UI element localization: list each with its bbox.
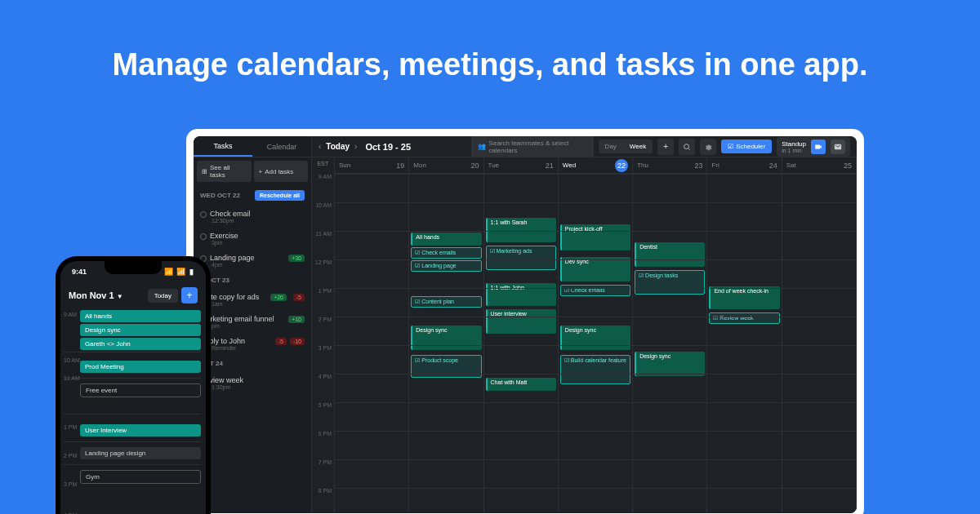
grid-icon: ⊞ xyxy=(202,168,207,175)
add-button[interactable]: + xyxy=(657,139,674,155)
phone-frame: 9:41 📶 📶 ▮ Mon Nov 1 ▼ Today + 9 AM All … xyxy=(56,256,211,514)
time-badge: -5 xyxy=(275,338,287,345)
today-button[interactable]: Today xyxy=(326,142,350,151)
video-call-button[interactable] xyxy=(811,140,826,154)
event[interactable]: Dev sync xyxy=(560,257,630,281)
event[interactable]: Landing page xyxy=(411,260,481,272)
task-item[interactable]: Landing page4pm+30 xyxy=(194,250,311,272)
chevron-down-icon: ▼ xyxy=(117,293,123,300)
topbar: ‹ Today › Oct 19 - 25 👥Search teammates … xyxy=(312,136,857,157)
prev-arrow-icon[interactable]: ‹ xyxy=(318,142,321,151)
task-item[interactable]: Marketing email funnelpm+10 xyxy=(194,311,311,333)
tab-calendar[interactable]: Calendar xyxy=(252,136,311,157)
mail-button[interactable] xyxy=(831,140,845,154)
check-icon: ☑ xyxy=(728,143,733,150)
event[interactable]: Design tasks xyxy=(635,270,705,295)
see-all-tasks-button[interactable]: ⊞See all tasks xyxy=(197,161,252,182)
time-badge: +20 xyxy=(270,294,287,301)
calendar-grid: EST 9 AM 10 AM 11 AM 12 PM 1 PM 2 PM 3 P… xyxy=(312,157,857,513)
search-icon[interactable] xyxy=(679,139,695,155)
event[interactable]: End of week check-in xyxy=(709,286,779,309)
svg-point-0 xyxy=(684,144,689,148)
day-column-tue[interactable]: Tue21 1:1 with Sarah Marketing ads 1:1 w… xyxy=(484,157,559,513)
phone-add-button[interactable]: + xyxy=(181,287,198,304)
tab-tasks[interactable]: Tasks xyxy=(194,136,252,157)
standup-time: in 1 min xyxy=(782,148,806,153)
sidebar: Tasks Calendar ⊞See all tasks +Add tasks… xyxy=(194,136,312,513)
event[interactable]: 1:1 with John xyxy=(486,283,556,306)
event[interactable]: Marketing ads xyxy=(486,246,556,270)
add-tasks-button[interactable]: +Add tasks xyxy=(254,161,309,182)
plus-icon: + xyxy=(259,168,263,175)
day-label: WED OCT 22 xyxy=(200,192,240,199)
phone-screen: 9:41 📶 📶 ▮ Mon Nov 1 ▼ Today + 9 AM All … xyxy=(60,261,206,514)
task-checkbox[interactable] xyxy=(200,211,207,218)
view-toggle: Day Week xyxy=(599,140,653,153)
event[interactable]: 1:1 with Sarah xyxy=(486,218,556,242)
task-item[interactable]: Exercise3pm xyxy=(194,228,311,250)
day-column-thu[interactable]: Thu23 Dentist Design tasks Design sync xyxy=(633,157,707,513)
event[interactable]: Check emails xyxy=(411,247,481,259)
tablet-frame: Tasks Calendar ⊞See all tasks +Add tasks… xyxy=(186,129,864,514)
event[interactable]: Dentist xyxy=(635,242,705,267)
day-column-sat[interactable]: Sat25 xyxy=(782,157,857,513)
people-icon: 👥 xyxy=(478,143,486,150)
time-badge: -10 xyxy=(290,338,305,345)
phone-notch xyxy=(105,261,162,274)
event[interactable]: Chat with Matt xyxy=(486,378,556,391)
scheduler-button[interactable]: ☑Scheduler xyxy=(721,140,772,153)
reschedule-button[interactable]: Reschedule all xyxy=(255,190,305,201)
days-container: Sun19 Mon20 All hands Check emails Landi… xyxy=(335,157,857,513)
day-column-mon[interactable]: Mon20 All hands Check emails Landing pag… xyxy=(409,157,483,513)
timezone-label: EST xyxy=(312,157,334,170)
event[interactable]: User interview xyxy=(486,309,556,334)
phone-date[interactable]: Mon Nov 1 ▼ xyxy=(69,290,123,300)
headline: Manage calendars, meetings, and tasks in… xyxy=(0,0,980,82)
status-icons: 📶 📶 ▮ xyxy=(164,268,194,276)
day-column-fri[interactable]: Fri24 End of week check-in Review week xyxy=(707,157,782,513)
time-column: EST 9 AM 10 AM 11 AM 12 PM 1 PM 2 PM 3 P… xyxy=(312,157,335,513)
search-input[interactable]: 👥Search teammates & select calendars xyxy=(471,136,594,157)
event[interactable]: Review week xyxy=(709,312,779,324)
phone-event[interactable]: Landing page design xyxy=(80,447,201,459)
task-item[interactable]: Write copy for ads1am+20-5 xyxy=(194,289,311,311)
event[interactable]: Build calendar feature xyxy=(560,355,630,384)
event[interactable]: All hands xyxy=(411,233,481,246)
week-view-button[interactable]: Week xyxy=(623,140,653,153)
phone-event[interactable]: Free event xyxy=(80,383,201,397)
event[interactable]: Design sync xyxy=(411,326,481,350)
time-badge: -5 xyxy=(293,294,305,301)
phone-calendar[interactable]: 9 AM All hands Design sync Gareth <> Joh… xyxy=(60,310,206,484)
settings-icon[interactable] xyxy=(700,139,716,155)
phone-event[interactable]: User Interview xyxy=(80,424,201,436)
task-item[interactable]: Reply to JohnReminder-5-10 xyxy=(194,333,311,355)
phone-event[interactable]: All hands xyxy=(80,310,201,322)
tablet-screen: Tasks Calendar ⊞See all tasks +Add tasks… xyxy=(194,136,857,513)
day-view-button[interactable]: Day xyxy=(599,140,623,153)
event[interactable]: Design sync xyxy=(635,352,705,376)
event[interactable]: Content plan xyxy=(411,296,481,308)
task-item[interactable]: Review week1:30pm xyxy=(194,372,311,394)
phone-event[interactable]: Gym xyxy=(80,470,201,484)
date-range: Oct 19 - 25 xyxy=(365,142,411,152)
phone-event[interactable]: Prod Meeting xyxy=(80,361,201,373)
day-column-sun[interactable]: Sun19 xyxy=(335,157,409,513)
event[interactable]: Design sync xyxy=(560,326,630,350)
phone-event[interactable]: Design sync xyxy=(80,324,201,336)
phone-event[interactable]: Gareth <> John xyxy=(80,338,201,350)
time-badge: +10 xyxy=(288,316,305,323)
phone-today-button[interactable]: Today xyxy=(148,289,178,303)
task-item[interactable]: Check email12:30pm xyxy=(194,206,311,228)
day-column-wed[interactable]: Wed22 Project kick-off Dev sync Check em… xyxy=(559,157,633,513)
clock: 9:41 xyxy=(72,268,87,276)
time-badge: +30 xyxy=(288,255,305,262)
sidebar-tabs: Tasks Calendar xyxy=(194,136,311,157)
event[interactable]: Check emails xyxy=(560,285,630,296)
event[interactable]: Project kick-off xyxy=(560,224,630,250)
next-arrow-icon[interactable]: › xyxy=(354,142,357,151)
standup-title: Standup xyxy=(782,140,806,148)
task-checkbox[interactable] xyxy=(200,233,207,240)
standup-widget: Standupin 1 min xyxy=(777,137,850,157)
calendar-main: ‹ Today › Oct 19 - 25 👥Search teammates … xyxy=(312,136,857,513)
